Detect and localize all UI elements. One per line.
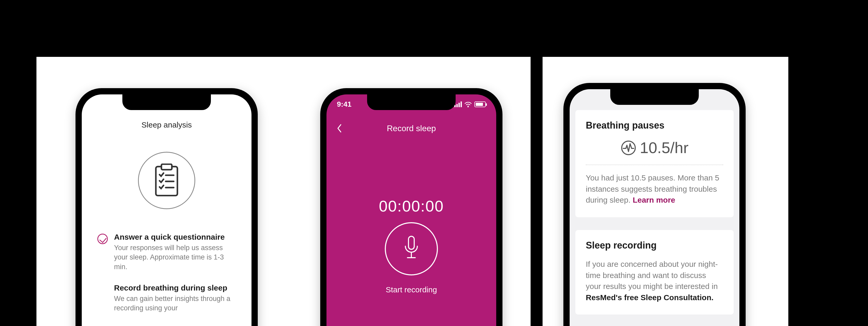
clipboard-checklist-icon <box>152 164 181 197</box>
phone-mockup-record-sleep: 9:41 Record sleep 00:00:00 <box>320 88 502 326</box>
step-item-text: Answer a quick questionnaire Your respon… <box>114 233 236 271</box>
pulse-circle-icon <box>621 140 636 156</box>
pauses-metric: 10.5/hr <box>586 139 723 157</box>
nav-bar: Record sleep <box>327 121 496 137</box>
step-title: Answer a quick questionnaire <box>114 233 236 242</box>
status-time: 9:41 <box>337 100 351 108</box>
microphone-icon <box>402 235 421 262</box>
step-item-questionnaire[interactable]: Answer a quick questionnaire Your respon… <box>97 233 236 271</box>
start-recording-button[interactable] <box>385 222 438 275</box>
hero-circle <box>138 152 195 209</box>
svg-point-5 <box>468 106 469 107</box>
start-recording-label: Start recording <box>327 285 496 294</box>
phone-screen: Breathing pauses 10.5/hr You had just 10… <box>570 89 739 326</box>
step-desc: Your responses will help us assess your … <box>114 243 236 271</box>
showcase-panel-right: Breathing pauses 10.5/hr You had just 10… <box>542 57 788 326</box>
battery-icon <box>474 102 486 107</box>
recording-timer: 00:00:00 <box>327 197 496 215</box>
status-indicators <box>454 102 486 107</box>
step-item-record-breathing[interactable]: Record breathing during sleep We can gai… <box>97 283 236 313</box>
card-title: Sleep recording <box>586 240 723 251</box>
showcase-panel-left: Sleep analysis <box>36 57 531 326</box>
sleep-recording-card: Sleep recording If you are concerned abo… <box>576 230 734 315</box>
step-item-text: Record breathing during sleep We can gai… <box>114 283 236 313</box>
pauses-description: You had just 10.5 pauses. More than 5 in… <box>586 172 723 206</box>
panel-divider <box>534 57 537 326</box>
card-title: Breathing pauses <box>586 120 723 131</box>
recording-description-strong: ResMed's free Sleep Consultation. <box>586 293 714 302</box>
step-desc: We can gain better insights through a re… <box>114 294 236 313</box>
wifi-icon <box>464 102 472 107</box>
phone-notch <box>122 94 211 110</box>
phone-notch <box>367 94 456 110</box>
phone-screen: Sleep analysis <box>82 94 251 326</box>
svg-rect-1 <box>161 164 172 169</box>
phone-screen: 9:41 Record sleep 00:00:00 <box>327 94 496 326</box>
dotted-divider <box>586 165 723 165</box>
recording-description-text: If you are concerned about your night-ti… <box>586 260 718 291</box>
step-number-icon <box>97 284 108 295</box>
phone-mockup-sleep-analysis: Sleep analysis <box>75 88 258 326</box>
pauses-value: 10.5/hr <box>640 139 689 157</box>
learn-more-link[interactable]: Learn more <box>633 196 675 204</box>
nav-title: Record sleep <box>327 124 496 133</box>
breathing-pauses-card: Breathing pauses 10.5/hr You had just 10… <box>576 110 734 217</box>
check-circle-icon <box>97 234 108 244</box>
page-title: Sleep analysis <box>82 120 251 129</box>
phone-mockup-breathing-pauses: Breathing pauses 10.5/hr You had just 10… <box>563 83 746 326</box>
phone-notch <box>610 89 699 105</box>
svg-rect-6 <box>408 236 414 249</box>
step-title: Record breathing during sleep <box>114 283 236 292</box>
recording-description: If you are concerned about your night-ti… <box>586 259 723 303</box>
